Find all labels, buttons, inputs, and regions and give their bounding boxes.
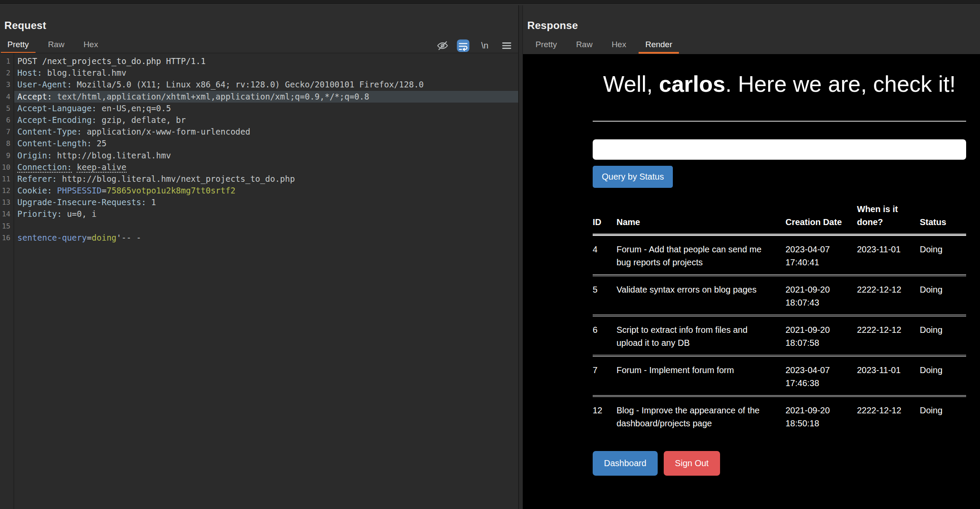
table-cell: Validate syntax errors on blog pages bbox=[617, 275, 785, 316]
request-code-line: 11Referer: http://blog.literal.hmv/next_… bbox=[0, 173, 518, 185]
table-cell: 2222-12-12 bbox=[857, 316, 920, 356]
table-header-cell: Status bbox=[920, 203, 966, 235]
projects-table-body: 4Forum - Add that people can send me bug… bbox=[593, 235, 966, 436]
table-cell: Doing bbox=[920, 316, 966, 356]
response-panel-title: Response bbox=[527, 19, 578, 32]
table-cell: 2222-12-12 bbox=[857, 396, 920, 435]
eye-off-icon[interactable] bbox=[436, 39, 449, 52]
projects-table: IDNameCreation DateWhen is it done?Statu… bbox=[593, 203, 966, 435]
table-cell: 7 bbox=[593, 356, 617, 396]
dashboard-button[interactable]: Dashboard bbox=[593, 451, 658, 476]
request-code-line: 1POST /next_projects_to_do.php HTTP/1.1 bbox=[0, 55, 518, 67]
table-row: 7Forum - Implement forum form2023-04-07 … bbox=[593, 356, 966, 396]
request-panel: Request Pretty Raw Hex \n bbox=[0, 5, 518, 509]
request-code-line: 3User-Agent: Mozilla/5.0 (X11; Linux x86… bbox=[0, 79, 518, 90]
line-number: 5 bbox=[0, 103, 10, 114]
line-number: 15 bbox=[0, 220, 10, 232]
request-code-line: 10Connection: keep-alive bbox=[0, 161, 518, 173]
response-tab-hex[interactable]: Hex bbox=[605, 36, 633, 53]
request-code-line: 14Priority: u=0, i bbox=[0, 208, 518, 220]
request-editor-toolbar: \n bbox=[436, 38, 513, 53]
response-tabs: Pretty Raw Hex Render bbox=[529, 36, 685, 53]
line-number: 3 bbox=[0, 79, 10, 90]
response-render-area: Well, carlos. Here we are, check it! Que… bbox=[523, 54, 980, 509]
request-code-line: 4Accept: text/html,application/xhtml+xml… bbox=[0, 91, 518, 103]
table-cell: 2021-09-20 18:07:43 bbox=[785, 275, 857, 316]
panel-split-divider[interactable] bbox=[518, 5, 523, 509]
window-top-strip bbox=[0, 0, 980, 5]
request-code-line: 7Content-Type: application/x-www-form-ur… bbox=[0, 126, 518, 138]
response-tab-pretty[interactable]: Pretty bbox=[529, 36, 564, 53]
table-cell: 12 bbox=[593, 396, 617, 435]
response-panel: Response Pretty Raw Hex Render Well, car… bbox=[523, 5, 980, 509]
table-row: 5Validate syntax errors on blog pages202… bbox=[593, 275, 966, 316]
line-number: 14 bbox=[0, 208, 10, 220]
request-tabs: Pretty Raw Hex bbox=[1, 36, 110, 53]
request-tab-pretty[interactable]: Pretty bbox=[1, 36, 36, 53]
response-tab-raw[interactable]: Raw bbox=[570, 36, 599, 53]
rendered-page-content: Well, carlos. Here we are, check it! Que… bbox=[593, 54, 966, 476]
request-code-line: 16sentence-query=doing'-- - bbox=[0, 232, 518, 244]
request-code-line: 13Upgrade-Insecure-Requests: 1 bbox=[0, 197, 518, 208]
request-code-line: 2Host: blog.literal.hmv bbox=[0, 67, 518, 79]
table-row: 4Forum - Add that people can send me bug… bbox=[593, 235, 966, 276]
line-number: 12 bbox=[0, 185, 10, 197]
table-cell: Forum - Implement forum form bbox=[617, 356, 785, 396]
table-cell: Doing bbox=[920, 235, 966, 276]
word-wrap-toggle-icon[interactable] bbox=[457, 39, 470, 52]
projects-table-header-row: IDNameCreation DateWhen is it done?Statu… bbox=[593, 203, 966, 235]
line-number: 8 bbox=[0, 138, 10, 149]
table-header-cell: ID bbox=[593, 203, 617, 235]
request-code-line: 6Accept-Encoding: gzip, deflate, br bbox=[0, 114, 518, 126]
line-number: 6 bbox=[0, 114, 10, 126]
request-code-line: 9Origin: http://blog.literal.hmv bbox=[0, 150, 518, 161]
request-code-line: 8Content-Length: 25 bbox=[0, 138, 518, 149]
line-number: 4 bbox=[0, 91, 10, 103]
query-by-status-button[interactable]: Query by Status bbox=[593, 166, 673, 188]
greeting-prefix: Well, bbox=[603, 71, 659, 97]
request-code-line: 15 bbox=[0, 220, 518, 232]
status-query-input[interactable] bbox=[593, 139, 966, 160]
gutter-separator bbox=[13, 53, 14, 509]
table-cell: Doing bbox=[920, 275, 966, 316]
table-row: 6Script to extract info from files and u… bbox=[593, 316, 966, 356]
line-number: 1 bbox=[0, 55, 10, 67]
username: carlos bbox=[659, 71, 725, 97]
page-buttons-row: Dashboard Sign Out bbox=[593, 451, 966, 476]
line-number: 13 bbox=[0, 197, 10, 208]
line-number: 10 bbox=[0, 161, 10, 173]
request-panel-title: Request bbox=[4, 19, 46, 32]
table-cell: Forum - Add that people can send me bug … bbox=[617, 235, 785, 276]
table-cell: 4 bbox=[593, 235, 617, 276]
table-cell: 2023-04-07 17:46:38 bbox=[785, 356, 857, 396]
projects-table-head: IDNameCreation DateWhen is it done?Statu… bbox=[593, 203, 966, 235]
line-number: 7 bbox=[0, 126, 10, 138]
table-cell: Doing bbox=[920, 356, 966, 396]
table-header-cell: Name bbox=[617, 203, 785, 235]
table-row: 12Blog - Improve the appearance of the d… bbox=[593, 396, 966, 435]
table-cell: 2023-04-07 17:40:41 bbox=[785, 235, 857, 276]
response-tab-render[interactable]: Render bbox=[639, 36, 678, 53]
menu-icon[interactable] bbox=[500, 39, 513, 52]
request-tab-hex[interactable]: Hex bbox=[77, 36, 105, 53]
newline-glyph-icon[interactable]: \n bbox=[477, 39, 492, 52]
horizontal-rule bbox=[593, 121, 966, 122]
table-cell: Blog - Improve the appearance of the das… bbox=[617, 396, 785, 435]
table-cell: 2021-09-20 18:07:58 bbox=[785, 316, 857, 356]
line-number: 2 bbox=[0, 67, 10, 79]
signout-button[interactable]: Sign Out bbox=[664, 451, 720, 476]
table-cell: 2023-11-01 bbox=[857, 235, 920, 276]
table-header-cell: When is it done? bbox=[857, 203, 920, 235]
request-code-line: 5Accept-Language: en-US,en;q=0.5 bbox=[0, 103, 518, 114]
table-cell: 2222-12-12 bbox=[857, 275, 920, 316]
line-number: 11 bbox=[0, 173, 10, 185]
table-cell: 5 bbox=[593, 275, 617, 316]
request-tab-raw[interactable]: Raw bbox=[42, 36, 71, 53]
line-number: 16 bbox=[0, 232, 10, 244]
table-cell: Doing bbox=[920, 396, 966, 435]
table-cell: 6 bbox=[593, 316, 617, 356]
line-number: 9 bbox=[0, 150, 10, 161]
table-header-cell: Creation Date bbox=[785, 203, 857, 235]
table-cell: 2021-09-20 18:50:18 bbox=[785, 396, 857, 435]
request-editor[interactable]: 1POST /next_projects_to_do.php HTTP/1.12… bbox=[0, 53, 518, 509]
